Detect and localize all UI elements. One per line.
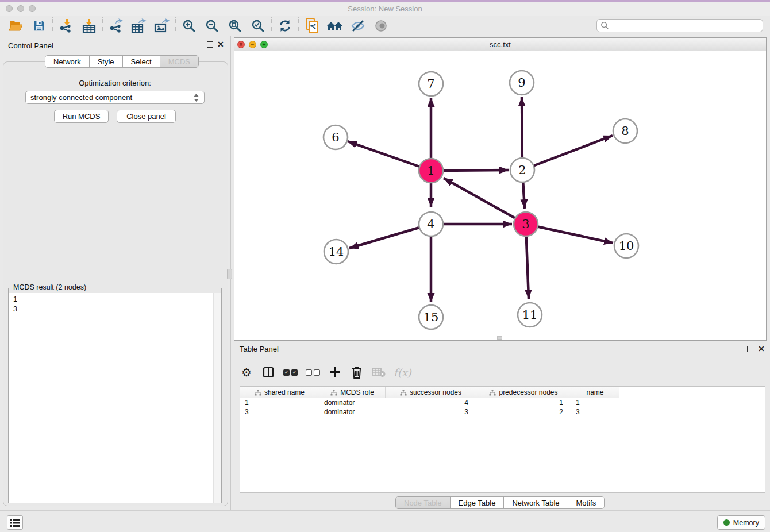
mcds-result-box: MCDS result (2 nodes) 13 [8,288,222,503]
columns-icon [263,367,274,378]
table-cell[interactable]: 3 [571,407,619,417]
graph-node-10[interactable]: 10 [614,234,638,258]
graph-node-4[interactable]: 4 [419,212,443,236]
deselect-all-button[interactable] [306,364,320,380]
table-cell[interactable]: dominator [319,398,386,407]
control-panel-header: Control Panel ✕ [0,38,230,53]
home-button[interactable] [324,17,346,34]
table-row[interactable]: 3dominator323 [240,407,619,417]
sort-tree-icon [330,390,337,396]
function-builder-button[interactable]: f(x) [394,364,411,380]
column-header-mcds-role[interactable]: MCDS role [319,387,386,398]
graph-node-8[interactable]: 8 [613,119,637,143]
network-window-titlebar[interactable]: × − + scc.txt [234,38,766,51]
table-cell[interactable]: 1 [571,398,619,407]
save-session-button[interactable] [28,17,51,34]
table-panel-float-button[interactable] [747,346,753,352]
column-header-predecessor-nodes[interactable]: predecessor nodes [476,387,571,398]
panel-divider-grip[interactable] [227,269,232,279]
toolbar-separator [298,17,299,34]
search-icon [600,21,609,30]
graph-node-1[interactable]: 1 [419,159,443,183]
graph-node-15[interactable]: 15 [419,305,443,329]
tab-node-table[interactable]: Node Table [396,497,450,508]
table-cell[interactable]: 3 [240,407,319,417]
column-header-name[interactable]: name [571,387,619,398]
apply-layout-button[interactable] [274,17,297,34]
mcds-result-line: 1 [13,295,214,304]
graph-node-label: 2 [518,163,526,177]
graph-node-3[interactable]: 3 [514,212,538,236]
network-window-title: scc.txt [234,40,766,49]
network-canvas[interactable]: 7968124314101511 [234,51,766,340]
graph-node-label: 1 [427,164,434,178]
graph-node-9[interactable]: 9 [510,71,534,95]
import-table-button[interactable] [78,17,101,34]
plus-icon [329,367,341,378]
zoom-in-button[interactable] [178,17,201,34]
table-cell[interactable]: 4 [386,398,476,407]
export-image-icon [154,18,170,33]
graph-node-6[interactable]: 6 [324,125,348,149]
export-network-button[interactable] [105,17,128,34]
column-header-label: shared name [264,388,305,396]
tab-style[interactable]: Style [89,56,122,67]
close-panel-button[interactable]: Close panel [117,110,176,123]
graph-node-11[interactable]: 11 [518,303,542,327]
zoom-out-button[interactable] [201,17,224,34]
table-cell[interactable]: 1 [476,398,571,407]
show-hide-panels-button[interactable] [369,17,392,34]
add-row-button[interactable] [328,364,342,380]
zoom-selected-icon [251,19,265,33]
canvas-grip[interactable] [497,336,502,340]
column-header-shared-name[interactable]: shared name [240,387,319,398]
new-network-from-selection-button[interactable] [301,17,324,34]
graph-node-2[interactable]: 2 [510,158,534,182]
task-history-button[interactable] [7,515,23,530]
deselect-all-icon [306,369,320,376]
run-mcds-button[interactable]: Run MCDS [54,110,109,123]
table-panel-close-button[interactable]: ✕ [758,344,765,353]
graph-node-label: 8 [621,124,629,138]
open-file-button[interactable] [5,17,28,34]
memory-button[interactable]: Memory [717,515,765,530]
main-toolbar [0,16,770,36]
hide-graphics-details-button[interactable] [346,17,369,34]
search-box[interactable] [596,19,763,32]
mcds-result-text[interactable]: 13 [9,293,214,503]
control-panel-close-button[interactable]: ✕ [217,40,224,49]
column-header-successor-nodes[interactable]: successor nodes [386,387,476,398]
graph-edge-3-10[interactable] [526,224,613,243]
tab-edge-table[interactable]: Edge Table [450,497,504,508]
table-row[interactable]: 1dominator411 [240,398,619,407]
graph-edge-3-1[interactable] [444,178,526,224]
export-table-button[interactable] [128,17,151,34]
tab-motifs[interactable]: Motifs [568,497,605,508]
tab-select[interactable]: Select [122,56,160,67]
table-cell[interactable]: 3 [386,407,476,417]
import-network-button[interactable] [55,17,78,34]
graph-edge-1-6[interactable] [348,141,431,171]
select-all-button[interactable]: ✓✓ [283,364,298,380]
tab-network-table[interactable]: Network Table [503,497,567,508]
graph-node-14[interactable]: 14 [324,240,348,264]
criterion-dropdown[interactable]: strongly connected component [25,91,205,104]
table-cell[interactable]: dominator [319,407,386,417]
tab-mcds[interactable]: MCDS [160,56,198,67]
control-panel-float-button[interactable] [207,41,213,48]
table-cell[interactable]: 1 [240,398,319,407]
delete-table-button[interactable] [372,364,386,380]
export-image-button[interactable] [151,17,174,34]
search-input[interactable] [611,21,763,31]
zoom-fit-button[interactable] [224,17,247,34]
graph-edge-2-8[interactable] [522,136,613,170]
save-icon [33,20,45,32]
tab-network[interactable]: Network [45,56,89,67]
show-columns-button[interactable] [261,364,275,380]
graph-node-7[interactable]: 7 [419,72,443,96]
settings-gear-button[interactable]: ⚙ [240,364,253,380]
mcds-result-scrollbar[interactable] [213,293,221,503]
delete-row-button[interactable] [350,364,364,380]
zoom-selected-button[interactable] [247,17,270,34]
table-cell[interactable]: 2 [476,407,571,417]
